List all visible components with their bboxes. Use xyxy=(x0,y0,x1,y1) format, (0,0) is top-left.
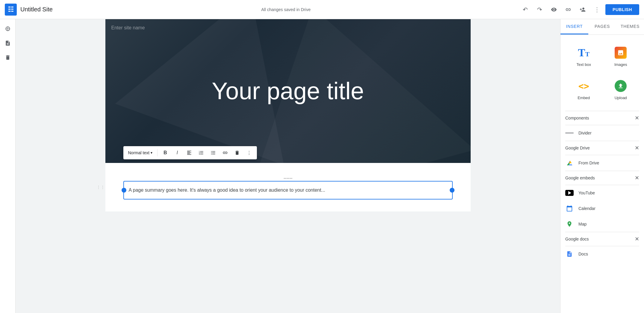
google-docs-label: Google docs xyxy=(565,237,589,241)
embed-icon: <> xyxy=(577,79,591,93)
divider-label: Divider xyxy=(578,131,592,135)
google-docs-section-header[interactable]: Google docs ✕ xyxy=(560,232,644,246)
hero-section[interactable]: Enter site name Your page title xyxy=(105,19,471,163)
dropdown-arrow-icon: ▾ xyxy=(151,151,152,155)
text-content[interactable]: A page summary goes here. It's always a … xyxy=(129,188,325,193)
calendar-icon xyxy=(565,204,574,213)
youtube-item[interactable]: YouTube xyxy=(560,185,644,201)
calendar-label: Calendar xyxy=(578,206,595,211)
from-drive-label: From Drive xyxy=(578,161,599,165)
google-embeds-label: Google embeds xyxy=(565,176,595,180)
undo-button[interactable]: ↶ xyxy=(519,4,531,16)
map-label: Map xyxy=(578,222,587,226)
images-label: Images xyxy=(614,62,627,67)
tab-insert[interactable]: INSERT xyxy=(560,19,588,34)
unordered-list-button[interactable] xyxy=(208,147,219,158)
topbar-actions: ↶ ↷ ⋮ PUBLISH xyxy=(519,4,639,16)
docs-label: Docs xyxy=(578,252,588,256)
toolbar-divider-1 xyxy=(157,149,157,156)
bold-button[interactable]: B xyxy=(160,147,171,158)
italic-button[interactable]: I xyxy=(172,147,183,158)
google-drive-toggle-icon: ✕ xyxy=(635,145,639,151)
topbar: ☷ Untitled Site All changes saved in Dri… xyxy=(0,0,644,19)
calendar-item[interactable]: Calendar xyxy=(560,201,644,216)
theme-button[interactable] xyxy=(2,23,14,35)
embed-label: Embed xyxy=(578,96,590,100)
google-docs-toggle-icon: ✕ xyxy=(635,236,639,242)
delete-sidebar-button[interactable] xyxy=(2,52,14,63)
delete-toolbar-button[interactable] xyxy=(232,147,243,158)
add-user-button[interactable] xyxy=(577,4,589,16)
text-box-wrapper: ⋮⋮ A page summary goes here. It's always… xyxy=(105,163,471,211)
map-item[interactable]: Map xyxy=(560,216,644,232)
youtube-label: YouTube xyxy=(578,190,595,195)
canvas-area[interactable]: Enter site name Your page title Normal t… xyxy=(16,19,560,313)
page-canvas: Enter site name Your page title Normal t… xyxy=(105,19,471,211)
components-toggle-icon: ✕ xyxy=(635,115,639,121)
left-sidebar xyxy=(0,19,16,313)
preview-button[interactable] xyxy=(548,4,560,16)
more-options-button[interactable]: ⋮ xyxy=(591,4,603,16)
drive-icon xyxy=(565,159,574,167)
pages-sidebar-button[interactable] xyxy=(2,37,14,49)
google-embeds-section-header[interactable]: Google embeds ✕ xyxy=(560,171,644,185)
text-style-label: Normal text xyxy=(128,150,150,155)
right-resize-handle[interactable] xyxy=(450,188,454,193)
divider-item[interactable]: Divider xyxy=(560,125,644,141)
tab-pages[interactable]: PAGES xyxy=(588,19,616,34)
divider-icon xyxy=(565,129,574,137)
insert-embed[interactable]: <> Embed xyxy=(565,73,602,106)
right-panel-tabs: INSERT PAGES THEMES xyxy=(560,19,644,35)
insert-text-box[interactable]: TT Text box xyxy=(565,40,602,73)
tab-themes[interactable]: THEMES xyxy=(616,19,644,34)
right-panel: INSERT PAGES THEMES TT Text box Images xyxy=(560,19,644,313)
more-toolbar-button[interactable]: ⋮ xyxy=(244,147,254,158)
app-logo: ☷ xyxy=(5,4,17,16)
text-style-dropdown[interactable]: Normal text ▾ xyxy=(126,149,155,156)
redo-button[interactable]: ↷ xyxy=(534,4,545,16)
save-status: All changes saved in Drive xyxy=(261,7,310,12)
page-title[interactable]: Your page title xyxy=(212,77,364,105)
align-button[interactable] xyxy=(184,147,195,158)
link-button[interactable] xyxy=(562,4,574,16)
resize-handle[interactable] xyxy=(284,178,292,179)
components-label: Components xyxy=(565,116,589,120)
text-box-section: Normal text ▾ B I xyxy=(105,163,471,211)
site-name-placeholder[interactable]: Enter site name xyxy=(111,25,145,31)
youtube-icon xyxy=(565,189,574,197)
insert-grid: TT Text box Images <> Embed xyxy=(560,35,644,111)
text-content-box[interactable]: A page summary goes here. It's always a … xyxy=(123,181,453,199)
link-toolbar-button[interactable] xyxy=(220,147,231,158)
docs-icon xyxy=(565,250,574,258)
site-title[interactable]: Untitled Site xyxy=(20,6,53,13)
google-drive-label: Google Drive xyxy=(565,146,590,150)
google-embeds-toggle-icon: ✕ xyxy=(635,175,639,181)
text-box-label: Text box xyxy=(577,62,591,67)
left-resize-handle[interactable] xyxy=(122,188,126,193)
google-drive-section-header[interactable]: Google Drive ✕ xyxy=(560,141,644,155)
images-icon xyxy=(613,46,628,60)
components-section-header[interactable]: Components ✕ xyxy=(560,111,644,125)
from-drive-item[interactable]: From Drive xyxy=(560,155,644,171)
ordered-list-button[interactable] xyxy=(196,147,207,158)
main-layout: Enter site name Your page title Normal t… xyxy=(0,19,644,313)
insert-images[interactable]: Images xyxy=(602,40,640,73)
map-icon xyxy=(565,220,574,228)
text-toolbar: Normal text ▾ B I xyxy=(123,146,257,159)
logo-icon: ☷ xyxy=(8,6,14,13)
drag-handle[interactable]: ⋮⋮ xyxy=(96,185,105,190)
upload-label: Upload xyxy=(615,96,627,100)
docs-item[interactable]: Docs xyxy=(560,246,644,262)
publish-button[interactable]: PUBLISH xyxy=(605,4,639,15)
upload-icon xyxy=(613,79,628,93)
insert-upload[interactable]: Upload xyxy=(602,73,640,106)
topbar-center: All changes saved in Drive xyxy=(53,7,519,12)
text-box-icon: TT xyxy=(577,46,591,60)
